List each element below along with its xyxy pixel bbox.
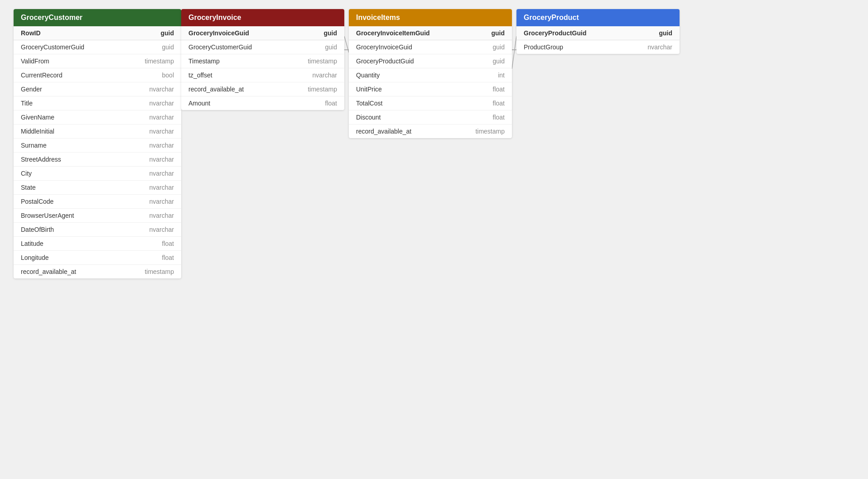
table-row: GroceryCustomerGuidguid: [14, 40, 181, 54]
field-type: nvarchar: [149, 114, 174, 121]
table-row: Amountfloat: [181, 96, 344, 110]
table-row: PostalCodenvarchar: [14, 195, 181, 209]
table-row: Citynvarchar: [14, 167, 181, 181]
table-title-groceryProduct: GroceryProduct: [516, 9, 680, 26]
field-type: nvarchar: [149, 100, 174, 107]
field-type: float: [493, 114, 505, 121]
field-type: nvarchar: [149, 184, 174, 191]
field-type: float: [162, 254, 174, 261]
field-type: timestamp: [308, 57, 337, 65]
table-row: record_available_attimestamp: [14, 265, 181, 278]
field-name: GivenName: [21, 114, 54, 121]
field-name: Discount: [356, 114, 381, 121]
field-name: StreetAddress: [21, 156, 61, 163]
field-name: Title: [21, 100, 33, 107]
table-row: Longitudefloat: [14, 251, 181, 265]
field-type: timestamp: [475, 128, 505, 135]
field-name: Amount: [188, 100, 210, 107]
field-type: guid: [493, 57, 505, 65]
pk-field-type: guid: [491, 29, 505, 37]
table-row: StreetAddressnvarchar: [14, 153, 181, 167]
table-groceryCustomer: GroceryCustomerRowIDguidGroceryCustomerG…: [14, 9, 181, 278]
pk-row-groceryProduct: GroceryProductGuidguid: [516, 26, 680, 40]
table-row: Discountfloat: [349, 110, 512, 125]
field-type: nvarchar: [149, 142, 174, 149]
field-name: UnitPrice: [356, 86, 382, 93]
field-type: nvarchar: [149, 226, 174, 233]
field-name: TotalCost: [356, 100, 382, 107]
table-invoiceItems: InvoiceItemsGroceryInvoiceItemGuidguidGr…: [349, 9, 512, 138]
table-row: DateOfBirthnvarchar: [14, 223, 181, 237]
table-row: Gendernvarchar: [14, 82, 181, 96]
pk-row-groceryCustomer: RowIDguid: [14, 26, 181, 40]
field-type: guid: [493, 43, 505, 51]
field-type: timestamp: [308, 86, 337, 93]
field-type: nvarchar: [149, 128, 174, 135]
field-name: tz_offset: [188, 72, 212, 79]
table-row: Latitudefloat: [14, 237, 181, 251]
table-title-groceryInvoice: GroceryInvoice: [181, 9, 344, 26]
field-type: nvarchar: [648, 43, 672, 51]
svg-line-5: [344, 36, 349, 53]
field-name: Gender: [21, 86, 42, 93]
field-name: GroceryCustomerGuid: [21, 43, 84, 51]
table-row: GivenNamenvarchar: [14, 110, 181, 125]
table-groceryProduct: GroceryProductGroceryProductGuidguidProd…: [516, 9, 680, 54]
field-type: float: [325, 100, 337, 107]
pk-field-name: GroceryProductGuid: [524, 29, 586, 37]
field-type: int: [498, 72, 505, 79]
table-row: MiddleInitialnvarchar: [14, 125, 181, 139]
field-name: PostalCode: [21, 198, 53, 205]
field-name: ProductGroup: [524, 43, 563, 51]
pk-field-name: GroceryInvoiceItemGuid: [356, 29, 430, 37]
field-type: bool: [162, 72, 174, 79]
field-type: float: [493, 86, 505, 93]
field-name: record_available_at: [21, 268, 76, 275]
table-row: ValidFromtimestamp: [14, 54, 181, 68]
field-name: ValidFrom: [21, 57, 49, 65]
pk-field-type: guid: [160, 29, 174, 37]
table-row: TotalCostfloat: [349, 96, 512, 110]
field-name: GroceryCustomerGuid: [188, 43, 252, 51]
table-row: GroceryCustomerGuidguid: [181, 40, 344, 54]
field-name: Longitude: [21, 254, 49, 261]
field-type: guid: [325, 43, 337, 51]
field-type: float: [162, 240, 174, 247]
pk-field-type: guid: [659, 29, 672, 37]
table-row: GroceryInvoiceGuidguid: [349, 40, 512, 54]
field-type: nvarchar: [313, 72, 337, 79]
pk-row-groceryInvoice: GroceryInvoiceGuidguid: [181, 26, 344, 40]
field-name: GroceryInvoiceGuid: [356, 43, 412, 51]
table-row: GroceryProductGuidguid: [349, 54, 512, 68]
field-type: nvarchar: [149, 198, 174, 205]
table-row: CurrentRecordbool: [14, 68, 181, 82]
field-type: nvarchar: [149, 212, 174, 219]
table-row: Titlenvarchar: [14, 96, 181, 110]
pk-row-invoiceItems: GroceryInvoiceItemGuidguid: [349, 26, 512, 40]
field-type: nvarchar: [149, 156, 174, 163]
field-type: timestamp: [145, 268, 174, 275]
table-title-invoiceItems: InvoiceItems: [349, 9, 512, 26]
field-type: float: [493, 100, 505, 107]
pk-field-name: GroceryInvoiceGuid: [188, 29, 249, 37]
field-name: City: [21, 170, 32, 177]
field-name: DateOfBirth: [21, 226, 54, 233]
diagram-canvas: GroceryCustomerRowIDguidGroceryCustomerG…: [0, 0, 868, 479]
table-row: Quantityint: [349, 68, 512, 82]
field-name: record_available_at: [188, 86, 244, 93]
table-row: UnitPricefloat: [349, 82, 512, 96]
table-row: Timestamptimestamp: [181, 54, 344, 68]
field-type: nvarchar: [149, 170, 174, 177]
field-name: State: [21, 184, 36, 191]
field-name: Surname: [21, 142, 47, 149]
field-name: Quantity: [356, 72, 380, 79]
table-row: ProductGroupnvarchar: [516, 40, 680, 54]
table-row: BrowserUserAgentnvarchar: [14, 209, 181, 223]
field-name: Timestamp: [188, 57, 220, 65]
field-type: nvarchar: [149, 86, 174, 93]
pk-field-name: RowID: [21, 29, 41, 37]
table-groceryInvoice: GroceryInvoiceGroceryInvoiceGuidguidGroc…: [181, 9, 344, 110]
table-row: record_available_attimestamp: [181, 82, 344, 96]
field-name: CurrentRecord: [21, 72, 63, 79]
table-row: tz_offsetnvarchar: [181, 68, 344, 82]
